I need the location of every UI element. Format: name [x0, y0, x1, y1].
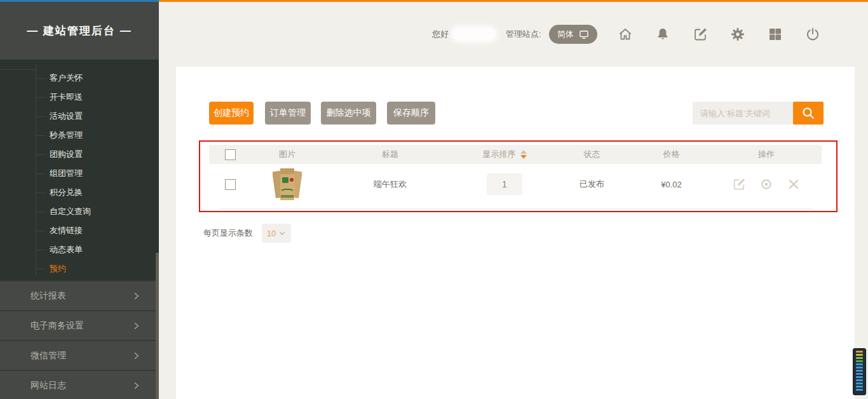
scroll-minimap-widget[interactable] — [853, 348, 866, 395]
gear-icon — [730, 27, 745, 42]
chevron-right-icon — [131, 381, 141, 391]
row-delete-button[interactable] — [787, 177, 801, 191]
column-header-sort: 显示排序 — [483, 149, 516, 160]
user-name-redacted — [454, 29, 494, 39]
row-divider — [219, 208, 813, 209]
tree-tick — [36, 193, 46, 193]
tree-tick — [36, 78, 46, 79]
settings-button[interactable] — [730, 27, 745, 42]
chevron-right-icon — [131, 291, 141, 301]
sidebar-item-card-gift[interactable]: 开卡即送 — [0, 88, 159, 107]
column-header-actions: 操作 — [711, 149, 822, 160]
tree-tick — [36, 269, 46, 269]
sidebar-item-dynamic-forms[interactable]: 动态表单 — [0, 240, 159, 259]
manage-site-label: 管理站点: — [506, 29, 541, 40]
order-management-button[interactable]: 订单管理 — [265, 102, 311, 125]
close-icon — [787, 177, 801, 191]
tree-tick — [36, 212, 46, 212]
sidebar-item-points-exchange[interactable]: 积分兑换 — [0, 183, 159, 202]
home-button[interactable] — [618, 27, 633, 42]
header-icon-bar — [618, 27, 820, 42]
row-preview-button[interactable] — [759, 177, 773, 191]
row-price: ¥0.02 — [632, 180, 711, 189]
chevron-right-icon — [131, 321, 141, 331]
page-size-label: 每页显示条数 — [203, 227, 253, 239]
monitor-icon — [579, 29, 589, 39]
sort-control[interactable] — [520, 150, 527, 159]
column-header-price: 价格 — [632, 149, 711, 160]
sidebar-item-reservation[interactable]: 预约 — [0, 259, 159, 278]
eye-icon — [759, 177, 773, 191]
product-thumbnail — [273, 166, 302, 202]
sort-asc-icon — [520, 150, 527, 154]
row-title: 端午狂欢 — [323, 179, 457, 190]
apps-button[interactable] — [768, 27, 783, 42]
search-button[interactable] — [793, 102, 824, 125]
page-size-dropdown[interactable]: 10 — [262, 224, 291, 243]
main-area: 您好 管理站点: 简体 — [159, 0, 868, 399]
tree-tick — [36, 116, 46, 117]
chevron-down-icon — [278, 229, 286, 237]
tree-tick — [36, 135, 46, 136]
sidebar: — 建站管理后台 — 客户关怀 开卡即送 活动设置 秒杀管理 团购设置 组团管理… — [0, 0, 159, 399]
tree-tick — [36, 231, 46, 231]
sidebar-item-customer-care[interactable]: 客户关怀 — [0, 69, 159, 88]
tree-tick — [36, 154, 46, 155]
content-card: 创建预约 订单管理 删除选中项 保存顺序 图片 标题 显示排序 — [176, 67, 855, 399]
sidebar-section-ecommerce[interactable]: 电子商务设置 — [0, 310, 159, 340]
edit-icon — [732, 177, 746, 191]
sidebar-section-site-logs[interactable]: 网站日志 — [0, 370, 159, 399]
logout-button[interactable] — [805, 27, 820, 42]
sidebar-header: — 建站管理后台 — — [0, 2, 159, 60]
sidebar-item-friend-links[interactable]: 友情链接 — [0, 221, 159, 240]
power-icon — [805, 27, 820, 42]
admin-backend-page: — 建站管理后台 — 客户关怀 开卡即送 活动设置 秒杀管理 团购设置 组团管理… — [0, 0, 868, 399]
sidebar-submenu: 客户关怀 开卡即送 活动设置 秒杀管理 团购设置 组团管理 积分兑换 自定义查询… — [0, 60, 159, 280]
row-edit-button[interactable] — [732, 177, 746, 191]
grid-icon — [768, 27, 783, 42]
bell-icon — [655, 27, 670, 42]
column-header-status: 状态 — [552, 149, 632, 160]
chevron-right-icon — [131, 351, 141, 361]
scroll-minimap-stripes — [856, 351, 863, 391]
site-language-pill[interactable]: 简体 — [549, 25, 597, 44]
sort-order-input[interactable] — [487, 173, 522, 195]
search-input[interactable] — [693, 102, 793, 125]
sidebar-sections: 统计报表 电子商务设置 微信管理 网站日志 — [0, 280, 159, 399]
sidebar-section-statistics[interactable]: 统计报表 — [0, 280, 159, 310]
row-checkbox[interactable] — [225, 179, 236, 190]
tree-tick — [36, 173, 46, 174]
table-row: 端午狂欢 已发布 ¥0.02 — [209, 164, 822, 205]
select-all-checkbox[interactable] — [225, 149, 236, 160]
sidebar-item-flash-sale[interactable]: 秒杀管理 — [0, 126, 159, 145]
tree-tick — [36, 97, 46, 98]
tree-tick — [36, 250, 46, 250]
sidebar-item-group-buy[interactable]: 团购设置 — [0, 145, 159, 164]
column-header-image: 图片 — [251, 149, 323, 160]
table-header: 图片 标题 显示排序 状态 价格 操作 — [209, 145, 822, 164]
create-reservation-button[interactable]: 创建预约 — [209, 102, 254, 125]
greeting-text: 您好 — [432, 29, 449, 40]
pagination-bar: 每页显示条数 10 — [203, 224, 291, 243]
top-header: 您好 管理站点: 简体 — [159, 2, 868, 67]
app-title: — 建站管理后台 — — [27, 24, 132, 38]
save-order-button[interactable]: 保存顺序 — [387, 102, 435, 125]
column-header-title: 标题 — [323, 149, 457, 160]
sidebar-item-activity-settings[interactable]: 活动设置 — [0, 107, 159, 126]
notifications-button[interactable] — [655, 27, 670, 42]
delete-selected-button[interactable]: 删除选中项 — [321, 102, 376, 125]
sidebar-item-team-management[interactable]: 组团管理 — [0, 164, 159, 183]
edit-icon — [693, 27, 708, 42]
home-icon — [618, 27, 633, 42]
sidebar-section-wechat[interactable]: 微信管理 — [0, 340, 159, 370]
compose-button[interactable] — [693, 27, 708, 42]
search-icon — [801, 105, 816, 121]
row-status: 已发布 — [552, 179, 632, 190]
sort-desc-icon — [520, 155, 527, 159]
sidebar-item-custom-query[interactable]: 自定义查询 — [0, 202, 159, 221]
